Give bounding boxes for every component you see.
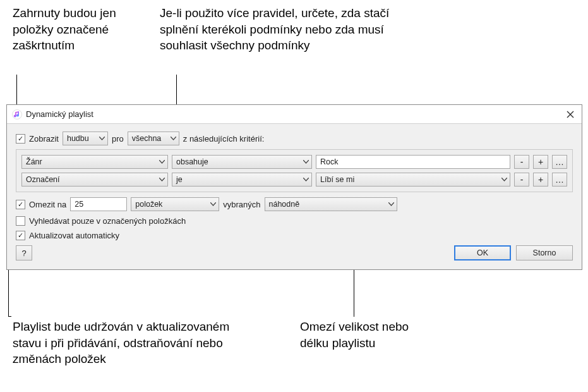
rule-operator-select[interactable]: obsahuje — [172, 155, 312, 169]
show-label: Zobrazit — [29, 134, 59, 144]
rule-operator-select[interactable]: je — [172, 173, 312, 187]
media-type-select[interactable]: hudbu — [63, 132, 108, 145]
match-checkbox[interactable]: ✓ — [16, 134, 25, 144]
match-mode-select[interactable]: všechna — [128, 132, 179, 145]
titlebar: Dynamický playlist — [7, 105, 582, 124]
chevron-down-icon — [99, 137, 105, 140]
callout-match-mode: Je-li použito více pravidel, určete, zda… — [160, 5, 400, 54]
rule-value-select[interactable]: Líbí se mi — [316, 173, 510, 187]
chevron-down-icon — [159, 160, 165, 164]
add-rule-button[interactable]: + — [533, 155, 548, 169]
rule-value-text: Rock — [320, 157, 338, 166]
rule-field-value: Označení — [26, 175, 60, 184]
rules-container: Žánr obsahuje Rock - + … — [16, 149, 573, 192]
rule-value-text: Líbí se mi — [320, 175, 354, 184]
remove-rule-button[interactable]: - — [514, 173, 529, 187]
chevron-down-icon — [303, 178, 309, 181]
limit-label: Omezit na — [29, 200, 66, 209]
limit-row: ✓ Omezit na 25 položek vybraných náhodně — [16, 197, 573, 211]
live-update-checkbox[interactable]: ✓ — [16, 231, 25, 240]
live-update-row: ✓ Aktualizovat automaticky — [16, 231, 573, 240]
rule-more-button[interactable]: … — [552, 173, 567, 187]
rule-row: Žánr obsahuje Rock - + … — [21, 155, 567, 169]
rule-field-value: Žánr — [26, 157, 42, 166]
dialog-footer: ? OK Storno — [16, 245, 573, 260]
only-checked-label: Vyhledávat pouze v označených položkách — [29, 216, 186, 226]
rule-operator-value: je — [176, 175, 183, 184]
for-label: pro — [112, 134, 124, 144]
chevron-down-icon — [501, 178, 507, 181]
limit-value-input[interactable]: 25 — [70, 197, 127, 211]
rule-row: Označení je Líbí se mi — [21, 173, 567, 187]
chevron-down-icon — [171, 137, 176, 140]
add-rule-button[interactable]: + — [533, 173, 548, 187]
limit-method-value: náhodně — [269, 200, 300, 209]
limit-unit-select[interactable]: položek — [131, 197, 219, 211]
callout-checked-items: Zahrnuty budou jen položky označené zašk… — [13, 5, 152, 54]
rule-operator-value: obsahuje — [176, 157, 208, 166]
only-checked-checkbox[interactable] — [16, 216, 25, 226]
itunes-icon — [12, 109, 22, 119]
match-row: ✓ Zobrazit hudbu pro všechna z následují… — [16, 132, 573, 145]
ok-button[interactable]: OK — [454, 245, 511, 260]
match-mode-value: všechna — [132, 134, 162, 143]
close-button[interactable] — [564, 108, 577, 121]
rule-field-select[interactable]: Označení — [21, 173, 168, 187]
smart-playlist-dialog: Dynamický playlist ✓ Zobrazit hudbu pro … — [6, 104, 582, 270]
rule-more-button[interactable]: … — [552, 155, 567, 169]
chevron-down-icon — [159, 178, 165, 181]
only-checked-row: Vyhledávat pouze v označených položkách — [16, 216, 573, 226]
callout-limit: Omezí velikost nebo délku playlistu — [300, 319, 439, 351]
help-button[interactable]: ? — [16, 245, 32, 260]
limit-unit-value: položek — [135, 200, 162, 209]
dialog-title: Dynamický playlist — [26, 109, 93, 119]
chevron-down-icon — [388, 202, 394, 206]
limit-value-text: 25 — [75, 200, 83, 209]
rule-field-select[interactable]: Žánr — [21, 155, 168, 169]
criteria-label: z následujících kritérií: — [183, 134, 265, 144]
limit-selected-label: vybraných — [223, 200, 260, 209]
limit-checkbox[interactable]: ✓ — [16, 200, 25, 209]
live-update-label: Aktualizovat automaticky — [29, 231, 119, 240]
remove-rule-button[interactable]: - — [514, 155, 529, 169]
callout-live-update: Playlist bude udržován v aktualizovaném … — [13, 319, 253, 367]
chevron-down-icon — [210, 202, 216, 206]
limit-method-select[interactable]: náhodně — [265, 197, 397, 211]
media-type-value: hudbu — [67, 134, 89, 143]
chevron-down-icon — [303, 160, 309, 164]
cancel-button[interactable]: Storno — [516, 245, 573, 260]
rule-value-input[interactable]: Rock — [316, 155, 510, 169]
